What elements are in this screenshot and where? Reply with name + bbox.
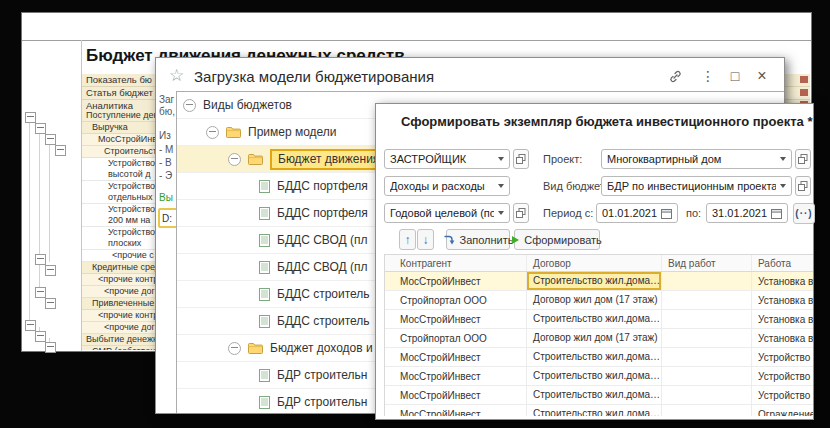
project-select[interactable]: Многоквартирный дом — [601, 149, 792, 169]
expand-box-icon[interactable] — [35, 254, 46, 265]
tree-line — [39, 133, 40, 291]
table-row[interactable]: МосСтройИнвест Строительство жил.дома (1… — [385, 367, 813, 386]
clipped-text-fragment — [800, 89, 808, 96]
document-icon — [259, 234, 270, 247]
expand-box-icon[interactable] — [55, 145, 66, 156]
open-picker-icon — [516, 208, 526, 218]
expand-box-icon[interactable] — [45, 134, 56, 145]
fill-button[interactable]: Заполнить — [446, 229, 510, 250]
column-header[interactable]: Контрагент — [385, 255, 527, 271]
table-row[interactable]: МосСтройИнвест Строительство жил.дома (1… — [385, 348, 813, 367]
column-header[interactable]: Работа — [752, 255, 813, 271]
expand-box-icon[interactable] — [25, 112, 36, 123]
expand-box-icon[interactable] — [45, 342, 56, 353]
clipped-link-label[interactable]: Вы — [159, 192, 173, 203]
tree-item-label: БДДС строитель — [277, 287, 370, 301]
tree-item-label: Бюджет движения — [270, 149, 387, 170]
desktop-background: Бюджет движения денежных средств Показат… — [0, 0, 830, 428]
tree-item-label: БДДС портфеля — [277, 179, 368, 193]
collapse-icon[interactable] — [206, 126, 219, 139]
link-icon[interactable] — [664, 65, 686, 87]
organization-select[interactable]: ЗАСТРОЙЩИК — [384, 149, 510, 169]
arrow-up-icon: ↑ — [405, 233, 411, 247]
period-from-input[interactable]: 01.01.2021 — [596, 203, 678, 223]
document-icon — [259, 396, 270, 409]
document-icon — [259, 261, 270, 274]
chevron-down-icon[interactable] — [498, 157, 504, 161]
table-row[interactable]: Стройпортал ООО Договор жил дом (17 этаж… — [385, 329, 813, 348]
expand-box-icon[interactable] — [25, 320, 36, 331]
tree-item-label: БДДС СВОД (пл — [277, 260, 367, 274]
period-to-input[interactable]: 31.01.2021 — [706, 203, 788, 223]
collapse-icon[interactable] — [183, 99, 196, 112]
folder-icon — [226, 126, 241, 138]
clipped-label: Из — [159, 130, 171, 141]
clipped-label: - Э — [159, 170, 172, 181]
open-picker-icon — [798, 181, 808, 191]
expand-box-icon[interactable] — [35, 123, 46, 134]
scenario-select[interactable]: Доходы и расходы — [384, 176, 510, 196]
bdds-toolbar-strip — [22, 13, 811, 41]
tree-root-label: Виды бюджетов — [203, 98, 292, 112]
column-header[interactable]: Договор — [527, 255, 662, 271]
tree-line — [49, 144, 50, 262]
column-header[interactable]: Вид работ — [662, 255, 752, 271]
close-icon[interactable]: × — [751, 65, 773, 87]
maximize-icon[interactable]: □ — [724, 65, 746, 87]
open-picker-button[interactable] — [795, 176, 811, 196]
kebab-menu-icon[interactable]: ⋮ — [697, 65, 719, 87]
expand-box-icon[interactable] — [45, 265, 56, 276]
collapse-icon[interactable] — [228, 342, 241, 355]
window-title: Загрузка модели бюджетирования — [194, 68, 434, 85]
open-picker-button[interactable] — [795, 149, 811, 169]
expand-box-icon[interactable] — [35, 287, 46, 298]
period-picker-button[interactable]: (··) — [793, 203, 815, 224]
move-down-button[interactable]: ↓ — [417, 229, 434, 250]
document-icon — [259, 315, 270, 328]
document-icon — [259, 207, 270, 220]
period-kind-select[interactable]: Годовой целевой (по месяцам, пе — [384, 203, 510, 223]
open-picker-icon — [798, 154, 808, 164]
generate-button[interactable]: Сформировать — [514, 229, 600, 250]
tree-item-label: БДДС СВОД (пл — [277, 233, 367, 247]
window-title: Сформировать экземпляр бюджета инвестици… — [401, 114, 812, 129]
expand-box-icon[interactable] — [45, 298, 56, 309]
move-up-button[interactable]: ↑ — [399, 229, 416, 250]
chevron-down-icon[interactable] — [780, 157, 786, 161]
open-picker-button[interactable] — [513, 149, 529, 169]
clipped-label: Заг — [159, 94, 174, 105]
favorite-star-icon[interactable]: ☆ — [169, 65, 184, 86]
table-row[interactable]: МосСтройИнвест Строительство жил.дома (1… — [385, 386, 813, 405]
calendar-icon[interactable] — [661, 208, 672, 219]
period-from-label: Период с: — [543, 203, 593, 223]
open-picker-icon — [516, 154, 526, 164]
table-row[interactable]: Стройпортал ООО Договор жил дом (17 этаж… — [385, 291, 813, 310]
folder-icon — [248, 153, 263, 165]
chevron-down-icon[interactable] — [498, 211, 504, 215]
project-label: Проект: — [543, 149, 582, 169]
calendar-icon[interactable] — [771, 208, 782, 219]
chevron-down-icon[interactable] — [780, 184, 786, 188]
open-picker-button[interactable] — [513, 203, 529, 223]
document-icon — [259, 288, 270, 301]
selected-cell[interactable]: Строительство жил.дома (17 этаж) — [527, 272, 662, 290]
tree-item-label: БДДС строитель — [277, 314, 370, 328]
table-row[interactable]: МосСтройИнвест Строительство жил.дома (1… — [385, 310, 813, 329]
tree-item-label: БДР строительн — [277, 368, 367, 382]
clipped-text-fragment — [800, 76, 808, 83]
table-row[interactable]: МосСтройИнвест Строительство жил.дома (1… — [385, 405, 813, 416]
budget-kind-select[interactable]: БДР по инвестиционным проектам (ввод пла… — [601, 176, 792, 196]
chevron-down-icon[interactable] — [498, 184, 504, 188]
clipped-label: бю, — [159, 106, 175, 117]
expand-box-icon[interactable] — [35, 331, 46, 342]
tree-line — [29, 122, 30, 322]
arrow-down-icon: ↓ — [423, 233, 429, 247]
document-icon — [259, 180, 270, 193]
document-icon — [259, 369, 270, 382]
tree-item-label: Бюджет доходов и — [270, 341, 373, 355]
fill-icon — [443, 234, 455, 246]
period-to-label: по: — [686, 203, 701, 223]
clipped-label: - В — [159, 157, 172, 168]
collapse-icon[interactable] — [228, 153, 241, 166]
table-row[interactable]: МосСтройИнвест Строительство жил.дома (1… — [385, 272, 813, 291]
